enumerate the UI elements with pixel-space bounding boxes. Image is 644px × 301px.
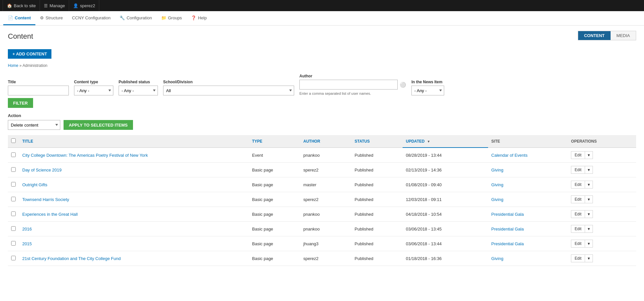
row-checkbox[interactable] [11,241,16,246]
edit-button[interactable]: Edit [571,225,585,233]
row-updated-cell: 03/06/2018 - 13:45 [403,222,488,236]
row-site-link[interactable]: Presidential Gala [491,227,524,231]
row-site-link[interactable]: Giving [491,197,503,202]
row-site-link[interactable]: Giving [491,168,503,172]
add-content-button[interactable]: + ADD CONTENT [8,49,51,59]
row-title-link[interactable]: City College Downtown: The Americas Poet… [22,153,148,158]
table-row: Day of Science 2019 Basic page sperez2 P… [8,163,636,177]
nav-groups[interactable]: 📁 Groups [157,11,187,25]
edit-button[interactable]: Edit [571,151,585,159]
edit-dropdown-button[interactable]: ▼ [585,225,593,233]
row-checkbox[interactable] [11,256,16,260]
edit-button[interactable]: Edit [571,181,585,189]
row-title-link[interactable]: Day of Science 2019 [22,168,62,172]
edit-button[interactable]: Edit [571,210,585,218]
edit-group: Edit ▼ [571,254,633,262]
th-title[interactable]: TITLE [19,135,249,148]
row-site-cell: Presidential Gala [488,207,568,222]
row-status: Published [355,168,373,172]
row-author: jhuang3 [303,241,318,246]
manage-btn[interactable]: ☰ Manage [40,0,69,11]
edit-group: Edit ▼ [571,225,633,233]
edit-dropdown-button[interactable]: ▼ [585,254,593,262]
row-site-cell: Giving [488,177,568,192]
th-type[interactable]: TYPE [249,135,300,148]
row-title-link[interactable]: 2016 [22,227,32,231]
row-author-cell: jhuang3 [300,236,351,251]
row-title-link[interactable]: Experiences in the Great Hall [22,212,78,217]
row-site-link[interactable]: Giving [491,182,503,187]
row-checkbox[interactable] [11,197,16,201]
row-checkbox-cell [8,192,19,207]
published-status-filter: Published status - Any - Published Unpub… [119,80,158,95]
row-operations-cell: Edit ▼ [568,177,636,192]
edit-group: Edit ▼ [571,240,633,248]
back-to-site-btn[interactable]: 🏠 Back to site [3,0,40,11]
edit-dropdown-button[interactable]: ▼ [585,151,593,159]
content-type-select[interactable]: - Any - Basic page Event News [74,86,113,95]
row-type: Basic page [252,197,273,202]
row-checkbox[interactable] [11,152,16,157]
row-title-cell: Day of Science 2019 [19,163,249,177]
content-tab-media[interactable]: MEDIA [611,31,636,40]
row-status-cell: Published [351,222,403,236]
nav-content[interactable]: 📄 Content [3,11,35,25]
row-status-cell: Published [351,251,403,266]
nav-help[interactable]: ❓ Help [186,11,211,25]
row-checkbox[interactable] [11,226,16,231]
title-input[interactable] [8,86,69,95]
select-all-checkbox[interactable] [11,138,16,143]
user-btn[interactable]: 👤 sperez2 [69,0,99,11]
apply-to-selected-button[interactable]: APPLY TO SELECTED ITEMS [64,120,133,130]
row-site-cell: Giving [488,251,568,266]
row-site-link[interactable]: Calendar of Events [491,153,528,158]
row-title-link[interactable]: Outright Gifts [22,182,47,187]
row-title-cell: Townsend Harris Society [19,192,249,207]
author-input[interactable] [299,80,398,90]
content-tab-content[interactable]: CONTENT [578,31,611,40]
edit-dropdown-button[interactable]: ▼ [585,195,593,203]
edit-button[interactable]: Edit [571,254,585,262]
edit-dropdown-button[interactable]: ▼ [585,166,593,174]
breadcrumb-home[interactable]: Home [8,63,18,68]
edit-dropdown-button[interactable]: ▼ [585,240,593,248]
row-type: Basic page [252,182,273,187]
row-checkbox[interactable] [11,211,16,216]
row-type-cell: Basic page [249,163,300,177]
th-status[interactable]: STATUS [351,135,403,148]
row-checkbox[interactable] [11,182,16,187]
author-label: Author [299,74,406,78]
th-updated[interactable]: UPDATED ▼ [403,135,488,148]
row-status-cell: Published [351,192,403,207]
in-news-select[interactable]: - Any - Yes No [411,86,444,95]
breadcrumb-admin: Administration [23,63,47,68]
nav-help-label: Help [198,15,207,20]
row-author: master [303,182,316,187]
row-site-link[interactable]: Giving [491,256,503,261]
action-select[interactable]: Delete content Publish Unpublish [8,120,60,130]
row-site-link[interactable]: Presidential Gala [491,241,524,246]
row-title-link[interactable]: 21st Century Foundation and The City Col… [22,256,121,261]
row-operations-cell: Edit ▼ [568,163,636,177]
edit-button[interactable]: Edit [571,195,585,203]
row-title-link[interactable]: 2015 [22,241,32,246]
edit-button[interactable]: Edit [571,240,585,248]
row-author: pnankoo [303,227,320,231]
nav-configuration[interactable]: 🔧 Configuration [115,11,156,25]
school-division-select[interactable]: All Giving Calendar of Events Presidenti… [163,86,294,95]
edit-button[interactable]: Edit [571,166,585,174]
row-checkbox[interactable] [11,167,16,172]
row-title-link[interactable]: Townsend Harris Society [22,197,69,202]
row-operations-cell: Edit ▼ [568,192,636,207]
nav-ccny-config[interactable]: CCNY Configuration [67,11,115,25]
row-operations-cell: Edit ▼ [568,148,636,163]
row-site-link[interactable]: Presidential Gala [491,212,524,217]
nav-structure[interactable]: ⚙ Structure [35,11,67,25]
author-search-icon: ⚪ [400,82,406,88]
edit-dropdown-button[interactable]: ▼ [585,181,593,189]
th-author[interactable]: AUTHOR [300,135,351,148]
published-status-select[interactable]: - Any - Published Unpublished [119,86,158,95]
filter-button[interactable]: FILTER [8,98,33,108]
table-row: Outright Gifts Basic page master Publish… [8,177,636,192]
edit-dropdown-button[interactable]: ▼ [585,210,593,218]
